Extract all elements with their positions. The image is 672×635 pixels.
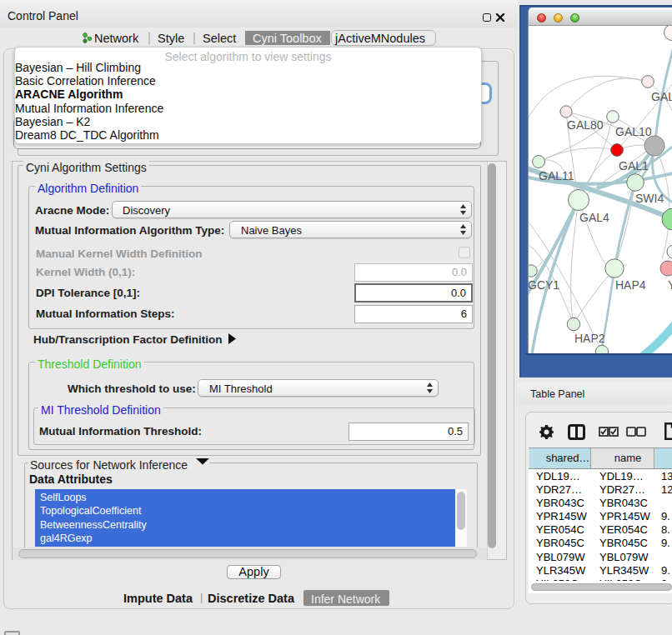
svg-text:GAL10: GAL10	[615, 125, 652, 138]
svg-text:HAP2: HAP2	[574, 332, 605, 345]
svg-text:GAL80: GAL80	[567, 118, 604, 132]
svg-text:GCY1: GCY1	[529, 278, 559, 292]
svg-text:GAL7: GAL7	[651, 90, 672, 103]
svg-text:Y: Y	[668, 278, 672, 292]
svg-text:SWI4: SWI4	[635, 192, 664, 205]
svg-text:GAL4: GAL4	[579, 211, 609, 224]
svg-text:HAP4: HAP4	[615, 278, 646, 292]
svg-text:GAL11: GAL11	[539, 169, 574, 182]
svg-text:GAL1: GAL1	[619, 159, 649, 172]
